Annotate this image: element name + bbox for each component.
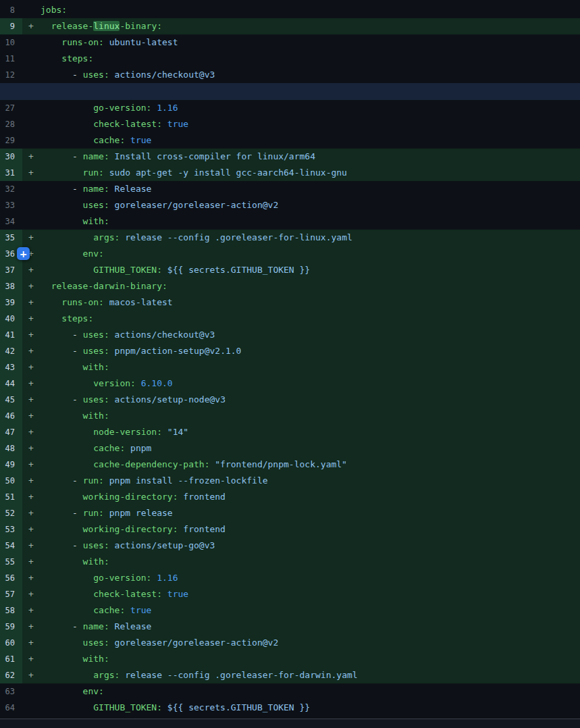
code-line: - name: Release <box>41 619 151 635</box>
code-line: with: <box>41 359 109 375</box>
diff-marker: + <box>22 408 41 424</box>
diff-marker: + <box>22 278 41 294</box>
diff-line: 39+ runs-on: macos-latest <box>0 294 580 311</box>
diff-line: 46+ with: <box>0 408 580 424</box>
diff-expander-row[interactable] <box>0 83 580 100</box>
diff-marker: + <box>22 457 41 473</box>
line-number[interactable]: 8 <box>0 2 22 18</box>
diff-marker: + <box>22 294 41 311</box>
line-number[interactable]: 30 <box>0 149 22 165</box>
diff-line: 50+ - run: pnpm install --frozen-lockfil… <box>0 473 580 489</box>
line-number[interactable]: 44 <box>0 375 22 392</box>
line-number[interactable]: 37 <box>0 262 22 278</box>
diff-line: 62+ args: release --config .goreleaser-f… <box>0 667 580 683</box>
line-number[interactable]: 62 <box>0 667 22 683</box>
diff-line: 53+ working-directory: frontend <box>0 521 580 538</box>
line-number[interactable]: 32 <box>0 181 22 197</box>
diff-marker: + <box>22 262 41 278</box>
line-number[interactable]: 12 <box>0 67 22 83</box>
line-number[interactable]: 64 <box>0 700 22 716</box>
code-line: args: release --config .goreleaser-for-l… <box>41 230 352 246</box>
diff-marker <box>22 683 41 700</box>
code-line: GITHUB_TOKEN: ${{ secrets.GITHUB_TOKEN }… <box>41 700 310 716</box>
diff-line: 43+ with: <box>0 359 580 375</box>
line-number[interactable]: 47 <box>0 424 22 440</box>
line-number[interactable]: 52 <box>0 505 22 521</box>
line-number[interactable]: 49 <box>0 457 22 473</box>
line-number[interactable]: 58 <box>0 602 22 619</box>
diff-marker: + <box>22 521 41 538</box>
diff-marker: + <box>22 18 41 34</box>
diff-line: 10 runs-on: ubuntu-latest <box>0 34 580 51</box>
diff-marker: + <box>22 311 41 327</box>
line-number[interactable]: 48 <box>0 440 22 457</box>
diff-line: 40+ steps: <box>0 311 580 327</box>
diff-line: 35+ args: release --config .goreleaser-f… <box>0 230 580 246</box>
code-line: - run: pnpm release <box>41 505 173 521</box>
diff-line: 51+ working-directory: frontend <box>0 489 580 505</box>
line-number[interactable]: 63 <box>0 683 22 700</box>
line-number[interactable]: 56 <box>0 570 22 586</box>
diff-marker: + <box>22 165 41 181</box>
line-number[interactable]: 57 <box>0 586 22 602</box>
diff-marker: + <box>22 149 41 165</box>
line-number[interactable]: 38 <box>0 278 22 294</box>
code-line: check-latest: true <box>41 116 188 132</box>
add-comment-button[interactable]: + <box>17 247 30 260</box>
line-number[interactable]: 60 <box>0 635 22 651</box>
line-number[interactable]: 43 <box>0 359 22 375</box>
code-line: with: <box>41 213 109 230</box>
line-number[interactable]: 28 <box>0 116 22 132</box>
diff-line: 33 uses: goreleaser/goreleaser-action@v2 <box>0 197 580 213</box>
diff-marker <box>22 213 41 230</box>
diff-marker: + <box>22 473 41 489</box>
diff-marker: + <box>22 619 41 635</box>
code-line: - uses: actions/checkout@v3 <box>41 67 215 83</box>
code-line: - uses: actions/checkout@v3 <box>41 327 215 343</box>
line-number[interactable]: 10 <box>0 34 22 51</box>
diff-marker: + <box>22 230 41 246</box>
line-number[interactable]: 39 <box>0 294 22 311</box>
code-line: env: <box>41 246 104 262</box>
line-number[interactable]: 29 <box>0 132 22 149</box>
line-number[interactable]: 42 <box>0 343 22 359</box>
diff-line: 30+ - name: Install cross-compiler for l… <box>0 149 580 165</box>
line-number[interactable]: 27 <box>0 100 22 116</box>
code-line: jobs: <box>41 2 67 18</box>
diff-marker: + <box>22 586 41 602</box>
line-number[interactable]: 51 <box>0 489 22 505</box>
line-number[interactable]: 9 <box>0 18 22 34</box>
diff-line: 29 cache: true <box>0 132 580 149</box>
line-number[interactable]: 61 <box>0 651 22 667</box>
line-number[interactable]: 59 <box>0 619 22 635</box>
diff-line: 55+ with: <box>0 554 580 570</box>
line-number[interactable]: 35 <box>0 230 22 246</box>
line-number[interactable]: 31 <box>0 165 22 181</box>
diff-marker: + <box>22 505 41 521</box>
diff-line: 42+ - uses: pnpm/action-setup@v2.1.0 <box>0 343 580 359</box>
diff-line: 36+ env:+ <box>0 246 580 262</box>
line-number[interactable]: 53 <box>0 521 22 538</box>
line-number[interactable]: 45 <box>0 392 22 408</box>
diff-body: 8jobs:9+ release-linux-binary:10 runs-on… <box>0 2 580 716</box>
diff-line: 49+ cache-dependency-path: "frontend/pnp… <box>0 457 580 473</box>
line-number[interactable]: 50 <box>0 473 22 489</box>
diff-line: 38+ release-darwin-binary: <box>0 278 580 294</box>
line-number[interactable]: 33 <box>0 197 22 213</box>
line-number[interactable]: 55 <box>0 554 22 570</box>
line-number[interactable]: 54 <box>0 538 22 554</box>
code-line: run: sudo apt-get -y install gcc-aarch64… <box>41 165 347 181</box>
line-number[interactable]: 11 <box>0 51 22 67</box>
diff-line: 28 check-latest: true <box>0 116 580 132</box>
code-line: - uses: actions/setup-node@v3 <box>41 392 226 408</box>
line-number[interactable]: 46 <box>0 408 22 424</box>
code-line: release-darwin-binary: <box>41 278 167 294</box>
line-number[interactable]: 41 <box>0 327 22 343</box>
line-number[interactable]: 34 <box>0 213 22 230</box>
diff-line: 37+ GITHUB_TOKEN: ${{ secrets.GITHUB_TOK… <box>0 262 580 278</box>
code-line: with: <box>41 651 109 667</box>
diff-marker <box>22 181 41 197</box>
line-number[interactable]: 40 <box>0 311 22 327</box>
diff-line: 11 steps: <box>0 51 580 67</box>
code-line: env: <box>41 683 104 700</box>
